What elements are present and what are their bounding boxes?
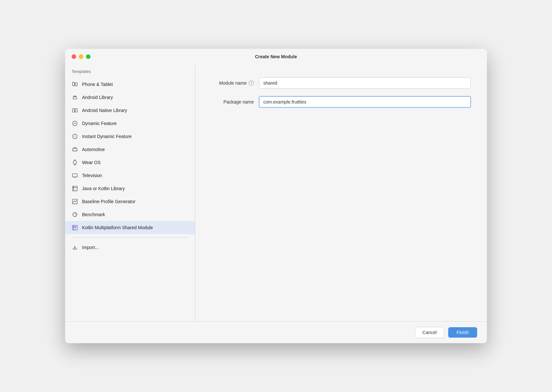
sidebar-item-phone-tablet[interactable]: Phone & Tablet — [65, 78, 195, 91]
svg-point-9 — [74, 123, 76, 124]
module-name-help-icon[interactable]: ? — [249, 80, 254, 86]
window-controls — [72, 54, 90, 59]
sidebar-item-import[interactable]: Import... — [65, 241, 195, 254]
svg-rect-15 — [74, 164, 76, 165]
kotlin-multiplatform-icon — [72, 224, 78, 231]
android-library-icon — [72, 94, 78, 101]
sidebar-item-dynamic-feature[interactable]: Dynamic Feature — [65, 117, 195, 130]
svg-rect-19 — [73, 186, 77, 191]
module-name-row: Module name ? — [212, 77, 471, 89]
phone-tablet-icon — [72, 81, 78, 88]
cancel-button[interactable]: Cancel — [415, 327, 444, 338]
title-bar: Create New Module — [65, 49, 487, 64]
finish-button[interactable]: Finish — [448, 327, 477, 338]
sidebar-item-label-phone-tablet: Phone & Tablet — [82, 82, 113, 87]
svg-point-12 — [76, 150, 77, 151]
module-name-label: Module name ? — [212, 80, 254, 86]
package-name-row: Package name — [212, 96, 471, 107]
automotive-icon — [72, 146, 78, 153]
sidebar-item-label-wear-os: Wear OS — [82, 160, 101, 165]
svg-rect-2 — [73, 97, 77, 99]
package-name-label: Package name — [212, 99, 254, 105]
svg-rect-5 — [73, 109, 75, 112]
sidebar-item-label-benchmark: Benchmark — [82, 212, 105, 217]
sidebar-item-baseline-profile-generator[interactable]: Baseline Profile Generator — [65, 195, 195, 208]
instant-dynamic-feature-icon — [72, 133, 78, 140]
sidebar-item-label-television: Television — [82, 173, 102, 178]
baseline-profile-generator-icon — [72, 198, 78, 205]
svg-line-28 — [75, 214, 76, 215]
sidebar-item-label-import: Import... — [82, 245, 99, 250]
sidebar-item-android-native-library[interactable]: Android Native Library — [65, 104, 195, 117]
svg-rect-6 — [75, 109, 77, 112]
android-native-library-icon — [72, 107, 78, 114]
sidebar-item-label-android-library: Android Library — [82, 95, 113, 100]
maximize-button[interactable] — [86, 54, 90, 59]
svg-point-13 — [73, 161, 77, 164]
dynamic-feature-icon — [72, 120, 78, 127]
create-new-module-dialog: Create New Module Templates Phone & Tabl… — [65, 49, 487, 343]
svg-line-3 — [74, 96, 74, 96]
sidebar-item-java-kotlin-library[interactable]: Java or Kotlin Library — [65, 182, 195, 195]
svg-rect-10 — [73, 148, 77, 151]
svg-line-4 — [76, 96, 76, 96]
sidebar-item-label-dynamic-feature: Dynamic Feature — [82, 121, 117, 126]
sidebar-item-label-instant-dynamic-feature: Instant Dynamic Feature — [82, 134, 132, 139]
module-name-input[interactable] — [259, 77, 471, 89]
sidebar-item-benchmark[interactable]: Benchmark — [65, 208, 195, 221]
import-icon — [72, 244, 78, 251]
sidebar-item-label-baseline-profile-generator: Baseline Profile Generator — [82, 199, 135, 204]
sidebar: Templates Phone & Tablet — [65, 64, 195, 321]
svg-point-11 — [73, 150, 74, 151]
dialog-footer: Cancel Finish — [65, 321, 487, 343]
sidebar-item-label-android-native-library: Android Native Library — [82, 108, 127, 113]
sidebar-divider — [72, 237, 188, 238]
sidebar-item-automotive[interactable]: Automotive — [65, 143, 195, 156]
sidebar-item-television[interactable]: Television — [65, 169, 195, 182]
sidebar-item-wear-os[interactable]: Wear OS — [65, 156, 195, 169]
dialog-body: Templates Phone & Tablet — [65, 64, 487, 321]
svg-rect-0 — [73, 82, 75, 86]
sidebar-header: Templates — [65, 68, 195, 78]
sidebar-item-kotlin-multiplatform[interactable]: Kotlin Multiplatform Shared Module — [65, 221, 195, 234]
java-kotlin-library-icon — [72, 185, 78, 192]
close-button[interactable] — [72, 54, 76, 59]
minimize-button[interactable] — [79, 54, 83, 59]
svg-rect-1 — [75, 83, 77, 86]
sidebar-item-label-automotive: Automotive — [82, 147, 105, 152]
dialog-title: Create New Module — [255, 54, 297, 59]
sidebar-item-android-library[interactable]: Android Library — [65, 91, 195, 104]
sidebar-item-label-kotlin-multiplatform: Kotlin Multiplatform Shared Module — [82, 225, 153, 230]
svg-rect-14 — [74, 160, 76, 161]
sidebar-item-instant-dynamic-feature[interactable]: Instant Dynamic Feature — [65, 130, 195, 143]
wear-os-icon — [72, 159, 78, 166]
package-name-input[interactable] — [259, 96, 471, 107]
television-icon — [72, 172, 78, 179]
svg-rect-16 — [73, 174, 77, 177]
content-area: Module name ? Package name — [195, 64, 487, 321]
sidebar-item-label-java-kotlin-library: Java or Kotlin Library — [82, 186, 125, 191]
benchmark-icon — [72, 211, 78, 218]
